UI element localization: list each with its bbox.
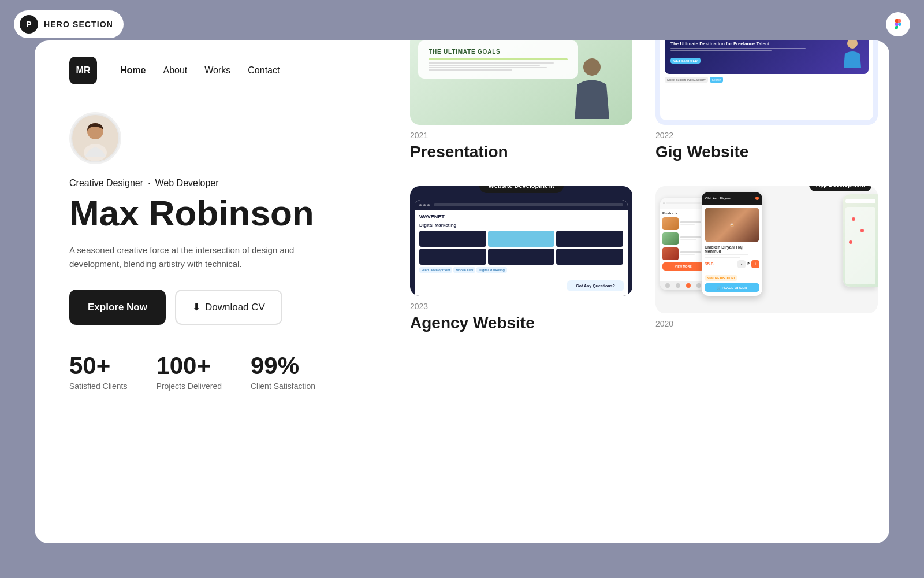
- right-panel: THE ULTIMATE GOALS 2021 Presentation: [398, 40, 889, 543]
- hero-description: A seasoned creative force at the interse…: [69, 243, 323, 271]
- top-bar: P HERO SECTION: [0, 10, 924, 38]
- p-icon: P: [20, 15, 38, 34]
- agency-image: Website Development WAVENET: [410, 186, 632, 296]
- stat-satisfaction-label: Client Satisfaction: [251, 381, 315, 391]
- download-icon: ⬇: [192, 301, 200, 313]
- stat-projects: 100+ Projects Delivered: [156, 354, 222, 391]
- app-dev-badge: App Development: [809, 186, 872, 191]
- website-dev-badge: Website Development: [479, 186, 563, 193]
- hero-subtitle: Creative Designer · Web Developer: [69, 178, 363, 188]
- figma-icon[interactable]: [886, 12, 910, 36]
- navigation: MR Home About Works Contact: [69, 40, 363, 84]
- subtitle-part2: Web Developer: [155, 178, 219, 188]
- stat-projects-number: 100+: [156, 354, 222, 378]
- top-bar-brand: P HERO SECTION: [14, 10, 124, 38]
- nav-link-contact[interactable]: Contact: [248, 65, 280, 76]
- stat-clients: 50+ Satisfied Clients: [69, 354, 127, 391]
- p-icon-label: P: [26, 20, 31, 29]
- avatar-image: [72, 115, 118, 161]
- stat-satisfaction: 99% Client Satisfaction: [251, 354, 315, 391]
- presentation-image: THE ULTIMATE GOALS: [410, 40, 632, 125]
- pres-title: THE ULTIMATE GOALS: [429, 49, 568, 55]
- stat-clients-label: Satisfied Clients: [69, 381, 127, 391]
- stat-clients-number: 50+: [69, 354, 127, 378]
- nav-logo[interactable]: MR: [69, 57, 97, 84]
- subtitle-separator: ·: [148, 178, 150, 188]
- nav-link-home[interactable]: Home: [120, 65, 146, 76]
- hero-name: Max Robinson: [69, 194, 363, 232]
- gig-title: Gig Website: [655, 142, 878, 162]
- svg-point-3: [583, 58, 601, 76]
- app-year: 2020: [655, 319, 878, 328]
- presentation-year: 2021: [410, 131, 632, 140]
- presentation-title: Presentation: [410, 142, 632, 162]
- nav-link-about[interactable]: About: [163, 65, 187, 76]
- stat-projects-label: Projects Delivered: [156, 381, 222, 391]
- agency-title: Agency Website: [410, 313, 632, 333]
- download-cv-button[interactable]: ⬇ Download CV: [175, 290, 282, 325]
- nav-links: Home About Works Contact: [120, 65, 280, 76]
- got-any-questions: Got Any Questions?: [567, 280, 624, 291]
- gig-figure-svg: [843, 40, 863, 68]
- work-item-agency[interactable]: Website Development WAVENET: [398, 177, 644, 342]
- download-cv-label: Download CV: [205, 302, 265, 313]
- stat-satisfaction-number: 99%: [251, 354, 315, 378]
- gig-image: The Ultimate Destination for Freelance T…: [655, 40, 878, 125]
- explore-now-button[interactable]: Explore Now: [69, 290, 166, 325]
- gig-year: 2022: [655, 131, 878, 140]
- avatar: [69, 112, 121, 164]
- left-panel: MR Home About Works Contact: [35, 40, 398, 543]
- svg-point-4: [847, 40, 858, 49]
- works-col-left: THE ULTIMATE GOALS 2021 Presentation: [398, 40, 644, 543]
- app-image: App Development Products: [655, 186, 878, 313]
- hero-content: Creative Designer · Web Developer Max Ro…: [69, 112, 363, 543]
- top-bar-title: HERO SECTION: [44, 20, 113, 29]
- subtitle-part1: Creative Designer: [69, 178, 143, 188]
- agency-year: 2023: [410, 302, 632, 311]
- figma-logo-svg: [892, 16, 904, 32]
- main-card: MR Home About Works Contact: [35, 40, 889, 543]
- work-item-app[interactable]: App Development Products: [644, 177, 889, 340]
- work-item-presentation[interactable]: THE ULTIMATE GOALS 2021 Presentation: [398, 40, 644, 171]
- nav-link-works[interactable]: Works: [204, 65, 230, 76]
- work-item-gig[interactable]: The Ultimate Destination for Freelance T…: [644, 40, 889, 171]
- stats-row: 50+ Satisfied Clients 100+ Projects Deli…: [69, 354, 363, 408]
- works-col-right: The Ultimate Destination for Freelance T…: [644, 40, 889, 543]
- hero-buttons: Explore Now ⬇ Download CV: [69, 290, 363, 325]
